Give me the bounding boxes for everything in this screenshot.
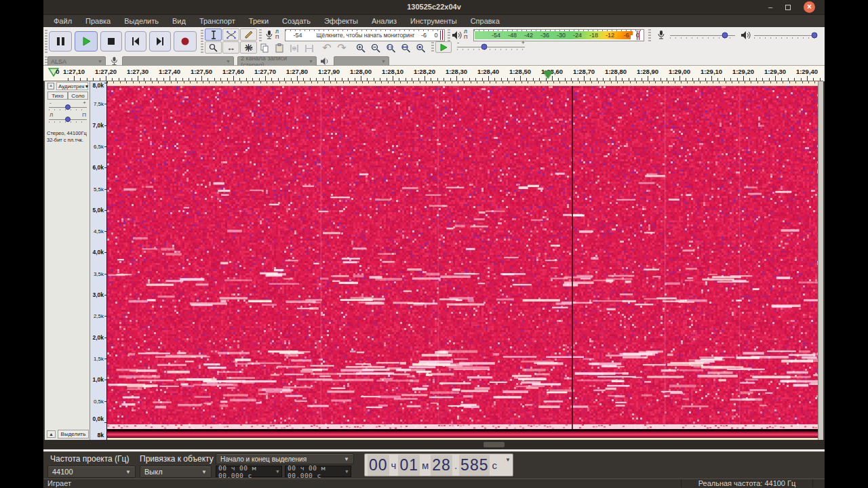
vertical-scrollbar[interactable] xyxy=(818,81,823,440)
menu-item-3[interactable]: Вид xyxy=(172,17,186,25)
transport-grip[interactable] xyxy=(45,30,47,53)
playback-speed-slider[interactable]: - + xyxy=(457,41,525,53)
close-button[interactable]: × xyxy=(804,1,815,13)
track-select-button[interactable]: Выделить xyxy=(58,430,89,439)
spectrogram-channel2-collapsed[interactable] xyxy=(107,431,818,438)
selection-start-field[interactable]: 00 ч 00 м 00.000 с▼ xyxy=(216,466,282,477)
track-title-dropdown[interactable]: Аудиотрек ▼ xyxy=(56,82,88,90)
position-digits[interactable]: 28 xyxy=(431,455,452,476)
maximize-button[interactable] xyxy=(783,2,793,13)
tools-grip[interactable] xyxy=(201,30,203,53)
transcription-grip[interactable] xyxy=(431,42,434,53)
minimize-button[interactable]: – xyxy=(765,2,776,13)
trim-outside-button[interactable] xyxy=(288,42,301,54)
audio-position-display[interactable]: ▼ 00ч01м28.585с xyxy=(364,453,513,476)
playback-meter[interactable]: -54-48-42-36-30-24-18-12-6 0 xyxy=(473,29,644,41)
position-unit[interactable]: м xyxy=(420,460,431,471)
undo-button[interactable]: ↶ xyxy=(320,41,334,54)
record-meter-mic-icon[interactable] xyxy=(264,30,274,41)
pause-button[interactable] xyxy=(49,31,72,52)
selection-tool-button[interactable] xyxy=(205,28,222,41)
track-close-button[interactable]: × xyxy=(47,83,54,89)
record-meter[interactable]: -54 Щёлкните, чтобы начать мониторинг -6… xyxy=(285,29,445,41)
playback-db-tick: -18 xyxy=(589,32,598,39)
envelope-tool-button[interactable] xyxy=(222,28,239,41)
record-button[interactable] xyxy=(174,31,197,52)
frequency-ruler[interactable]: 8,0k7,5k7,0k6,5k6,0k5,5k5,0k4,5k4,0k3,5k… xyxy=(90,81,107,440)
track-area: × Аудиотрек ▼ Тихо Соло - + Л П Стерео, … xyxy=(43,81,825,445)
selection-mode-dropdown[interactable]: Начало и конец выделения▼ xyxy=(216,453,354,464)
zoom-tool-button[interactable] xyxy=(205,41,222,54)
recording-device-dropdown[interactable]: ▼ xyxy=(122,56,234,66)
timeshift-tool-button[interactable]: ↔ xyxy=(222,41,239,54)
timeline-label: 1:29,00 xyxy=(669,68,690,75)
menu-item-5[interactable]: Треки xyxy=(249,17,269,25)
position-digits[interactable]: 00 xyxy=(368,455,389,476)
solo-button[interactable]: Соло xyxy=(68,92,88,100)
title-bar[interactable]: 130525c22x04v – × xyxy=(43,0,825,15)
zoom-toggle-button[interactable] xyxy=(414,42,427,54)
stop-button[interactable] xyxy=(100,31,122,52)
position-digits[interactable]: 01 xyxy=(398,455,420,476)
play-at-speed-button[interactable] xyxy=(435,41,452,53)
timeline-label: 1:29,30 xyxy=(764,68,786,75)
playback-db-tick: -42 xyxy=(524,32,533,39)
horizontal-scrollbar-thumb[interactable] xyxy=(484,442,505,447)
gain-minus-label: - xyxy=(50,100,52,106)
redo-button[interactable]: ↷ xyxy=(335,41,349,54)
skip-to-start-button[interactable] xyxy=(125,31,146,52)
menu-item-4[interactable]: Транспорт xyxy=(199,17,235,25)
menu-item-6[interactable]: Создать xyxy=(282,17,311,25)
draw-tool-button[interactable] xyxy=(240,28,257,41)
menu-item-1[interactable]: Правка xyxy=(85,17,111,25)
project-rate-dropdown[interactable]: 44100▼ xyxy=(47,466,136,478)
recording-volume-thumb[interactable] xyxy=(722,33,728,39)
menu-item-2[interactable]: Выделить xyxy=(124,17,159,25)
playback-device-dropdown[interactable]: ▼ xyxy=(334,56,389,66)
mute-button[interactable]: Тихо xyxy=(47,92,68,100)
horizontal-scrollbar[interactable] xyxy=(43,440,825,449)
position-unit[interactable]: . xyxy=(452,460,459,471)
menu-item-0[interactable]: Файл xyxy=(54,17,72,25)
gain-slider[interactable]: - + xyxy=(49,102,87,113)
pan-slider[interactable]: Л П xyxy=(49,114,87,125)
spectrogram-channel1[interactable] xyxy=(107,86,818,429)
playback-volume-thumb[interactable] xyxy=(812,33,818,39)
zoom-out-button[interactable] xyxy=(369,42,382,54)
fit-project-button[interactable] xyxy=(399,42,412,54)
recording-volume-slider[interactable] xyxy=(670,29,735,41)
menu-item-7[interactable]: Эффекты xyxy=(324,17,358,25)
gain-thumb[interactable] xyxy=(65,104,71,110)
silence-selection-button[interactable] xyxy=(302,42,316,54)
timeline-ruler[interactable]: 01:27,101:27,201:27,301:27,401:27,501:27… xyxy=(43,66,823,81)
recording-channels-dropdown[interactable]: 2 канала записи (стерео)▼ xyxy=(237,56,317,66)
scissors-icon: ✂ xyxy=(245,43,254,54)
host-dropdown[interactable]: ALSA▼ xyxy=(47,56,106,66)
menu-item-8[interactable]: Анализ xyxy=(372,17,397,25)
cut-button[interactable]: ✂ xyxy=(243,42,256,54)
menu-item-10[interactable]: Справка xyxy=(471,17,500,25)
selection-toolbar: Частота проекта (Гц) 44100▼ Привязка к о… xyxy=(43,451,825,479)
zoom-in-button[interactable] xyxy=(354,42,368,54)
snap-to-dropdown[interactable]: Выкл▼ xyxy=(140,466,212,478)
fit-selection-button[interactable] xyxy=(384,42,397,54)
play-button[interactable] xyxy=(75,31,98,52)
position-unit[interactable]: ч xyxy=(389,460,399,471)
copy-button[interactable] xyxy=(258,42,271,54)
paste-button[interactable] xyxy=(273,42,286,54)
menu-item-9[interactable]: Инструменты xyxy=(410,17,457,25)
mixer-grip[interactable] xyxy=(648,29,651,41)
record-meter-grip[interactable] xyxy=(259,29,262,41)
playback-speed-thumb[interactable] xyxy=(481,44,488,50)
playhead-indicator[interactable] xyxy=(543,71,553,79)
playback-meter-grip[interactable] xyxy=(448,29,450,41)
timeline-label: 1:28,50 xyxy=(509,68,531,75)
skip-to-end-button[interactable] xyxy=(149,31,171,52)
position-digits[interactable]: 585 xyxy=(459,455,490,476)
selection-end-field[interactable]: 00 ч 00 м 00.000 с▼ xyxy=(285,466,351,477)
playback-meter-speaker-icon[interactable] xyxy=(452,30,462,40)
position-unit[interactable]: с xyxy=(490,460,499,471)
playback-volume-slider[interactable] xyxy=(754,29,816,41)
pan-thumb[interactable] xyxy=(65,117,71,122)
track-collapse-button[interactable]: ▲ xyxy=(47,430,56,438)
